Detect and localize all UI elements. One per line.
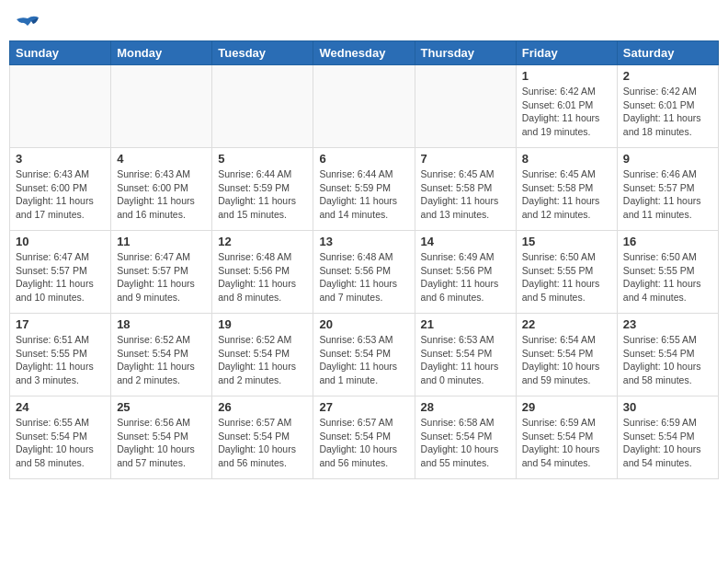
calendar-cell: 6Sunrise: 6:44 AM Sunset: 5:59 PM Daylig…: [313, 148, 415, 231]
day-info: Sunrise: 6:42 AM Sunset: 6:01 PM Dayligh…: [623, 85, 712, 139]
calendar-cell: 13Sunrise: 6:48 AM Sunset: 5:56 PM Dayli…: [313, 231, 415, 314]
calendar-cell: 19Sunrise: 6:52 AM Sunset: 5:54 PM Dayli…: [212, 314, 313, 396]
calendar-header-tuesday: Tuesday: [212, 41, 313, 65]
calendar-cell: 27Sunrise: 6:57 AM Sunset: 5:54 PM Dayli…: [313, 396, 415, 479]
calendar-header-thursday: Thursday: [415, 41, 516, 65]
calendar-table: SundayMondayTuesdayWednesdayThursdayFrid…: [9, 40, 719, 479]
day-info: Sunrise: 6:48 AM Sunset: 5:56 PM Dayligh…: [218, 250, 307, 304]
calendar-header-monday: Monday: [111, 41, 212, 65]
day-number: 2: [623, 69, 712, 83]
day-number: 21: [421, 317, 510, 331]
calendar-cell: [415, 65, 516, 148]
day-info: Sunrise: 6:50 AM Sunset: 5:55 PM Dayligh…: [522, 250, 611, 304]
calendar-cell: 28Sunrise: 6:58 AM Sunset: 5:54 PM Dayli…: [415, 396, 516, 479]
logo-bird-icon: [15, 15, 40, 35]
calendar-cell: 22Sunrise: 6:54 AM Sunset: 5:54 PM Dayli…: [516, 314, 617, 396]
calendar-header-wednesday: Wednesday: [313, 41, 415, 65]
day-number: 5: [218, 152, 307, 166]
calendar-cell: 5Sunrise: 6:44 AM Sunset: 5:59 PM Daylig…: [212, 148, 313, 231]
calendar-week-row: 17Sunrise: 6:51 AM Sunset: 5:55 PM Dayli…: [10, 314, 719, 396]
day-number: 6: [319, 152, 408, 166]
day-info: Sunrise: 6:59 AM Sunset: 5:54 PM Dayligh…: [623, 416, 712, 470]
calendar-cell: 4Sunrise: 6:43 AM Sunset: 6:00 PM Daylig…: [111, 148, 212, 231]
day-info: Sunrise: 6:52 AM Sunset: 5:54 PM Dayligh…: [117, 333, 206, 387]
calendar-cell: 26Sunrise: 6:57 AM Sunset: 5:54 PM Dayli…: [212, 396, 313, 479]
day-number: 18: [117, 317, 206, 331]
day-info: Sunrise: 6:53 AM Sunset: 5:54 PM Dayligh…: [319, 333, 408, 387]
day-info: Sunrise: 6:45 AM Sunset: 5:58 PM Dayligh…: [421, 167, 510, 222]
day-number: 27: [319, 400, 408, 414]
day-info: Sunrise: 6:50 AM Sunset: 5:55 PM Dayligh…: [623, 250, 712, 304]
calendar-cell: [313, 65, 415, 148]
day-number: 11: [117, 235, 206, 248]
calendar-cell: 18Sunrise: 6:52 AM Sunset: 5:54 PM Dayli…: [111, 314, 212, 396]
calendar-cell: 24Sunrise: 6:55 AM Sunset: 5:54 PM Dayli…: [10, 396, 111, 479]
day-info: Sunrise: 6:59 AM Sunset: 5:54 PM Dayligh…: [522, 416, 611, 470]
day-info: Sunrise: 6:51 AM Sunset: 5:55 PM Dayligh…: [16, 333, 105, 387]
day-number: 23: [623, 317, 712, 331]
day-number: 24: [16, 400, 105, 414]
day-number: 25: [117, 400, 206, 414]
calendar-cell: 1Sunrise: 6:42 AM Sunset: 6:01 PM Daylig…: [516, 65, 617, 148]
logo: [13, 15, 40, 33]
day-number: 28: [421, 400, 510, 414]
day-number: 20: [319, 317, 408, 331]
calendar-cell: 7Sunrise: 6:45 AM Sunset: 5:58 PM Daylig…: [415, 148, 516, 231]
calendar-cell: 2Sunrise: 6:42 AM Sunset: 6:01 PM Daylig…: [617, 65, 718, 148]
calendar-header-row: SundayMondayTuesdayWednesdayThursdayFrid…: [10, 41, 719, 65]
calendar-cell: 23Sunrise: 6:55 AM Sunset: 5:54 PM Dayli…: [617, 314, 718, 396]
calendar-cell: 20Sunrise: 6:53 AM Sunset: 5:54 PM Dayli…: [313, 314, 415, 396]
day-number: 16: [623, 235, 712, 248]
calendar-cell: [212, 65, 313, 148]
day-number: 30: [623, 400, 712, 414]
day-info: Sunrise: 6:47 AM Sunset: 5:57 PM Dayligh…: [16, 250, 105, 304]
calendar-cell: 25Sunrise: 6:56 AM Sunset: 5:54 PM Dayli…: [111, 396, 212, 479]
calendar-header-sunday: Sunday: [10, 41, 111, 65]
day-number: 9: [623, 152, 712, 166]
day-info: Sunrise: 6:49 AM Sunset: 5:56 PM Dayligh…: [421, 250, 510, 304]
day-number: 19: [218, 317, 307, 331]
calendar-week-row: 3Sunrise: 6:43 AM Sunset: 6:00 PM Daylig…: [10, 148, 719, 231]
day-info: Sunrise: 6:55 AM Sunset: 5:54 PM Dayligh…: [623, 333, 712, 387]
day-info: Sunrise: 6:54 AM Sunset: 5:54 PM Dayligh…: [522, 333, 611, 387]
day-info: Sunrise: 6:44 AM Sunset: 5:59 PM Dayligh…: [319, 167, 408, 222]
day-number: 3: [16, 152, 105, 166]
day-info: Sunrise: 6:55 AM Sunset: 5:54 PM Dayligh…: [16, 416, 105, 470]
day-number: 22: [522, 317, 611, 331]
calendar-cell: 8Sunrise: 6:45 AM Sunset: 5:58 PM Daylig…: [516, 148, 617, 231]
calendar-cell: 17Sunrise: 6:51 AM Sunset: 5:55 PM Dayli…: [10, 314, 111, 396]
page-header: [9, 9, 719, 33]
calendar-cell: 29Sunrise: 6:59 AM Sunset: 5:54 PM Dayli…: [516, 396, 617, 479]
calendar-header-saturday: Saturday: [617, 41, 718, 65]
day-number: 26: [218, 400, 307, 414]
calendar-cell: 12Sunrise: 6:48 AM Sunset: 5:56 PM Dayli…: [212, 231, 313, 314]
day-info: Sunrise: 6:57 AM Sunset: 5:54 PM Dayligh…: [319, 416, 408, 470]
day-info: Sunrise: 6:43 AM Sunset: 6:00 PM Dayligh…: [16, 167, 105, 222]
day-number: 1: [522, 69, 611, 83]
calendar-header-friday: Friday: [516, 41, 617, 65]
day-info: Sunrise: 6:45 AM Sunset: 5:58 PM Dayligh…: [522, 167, 611, 222]
day-info: Sunrise: 6:52 AM Sunset: 5:54 PM Dayligh…: [218, 333, 307, 387]
calendar-week-row: 1Sunrise: 6:42 AM Sunset: 6:01 PM Daylig…: [10, 65, 719, 148]
day-info: Sunrise: 6:47 AM Sunset: 5:57 PM Dayligh…: [117, 250, 206, 304]
calendar-cell: 11Sunrise: 6:47 AM Sunset: 5:57 PM Dayli…: [111, 231, 212, 314]
calendar-cell: 16Sunrise: 6:50 AM Sunset: 5:55 PM Dayli…: [617, 231, 718, 314]
calendar-cell: 10Sunrise: 6:47 AM Sunset: 5:57 PM Dayli…: [10, 231, 111, 314]
day-number: 14: [421, 235, 510, 248]
day-info: Sunrise: 6:43 AM Sunset: 6:00 PM Dayligh…: [117, 167, 206, 222]
calendar-cell: 30Sunrise: 6:59 AM Sunset: 5:54 PM Dayli…: [617, 396, 718, 479]
calendar-cell: 14Sunrise: 6:49 AM Sunset: 5:56 PM Dayli…: [415, 231, 516, 314]
day-info: Sunrise: 6:48 AM Sunset: 5:56 PM Dayligh…: [319, 250, 408, 304]
day-info: Sunrise: 6:53 AM Sunset: 5:54 PM Dayligh…: [421, 333, 510, 387]
day-info: Sunrise: 6:58 AM Sunset: 5:54 PM Dayligh…: [421, 416, 510, 470]
day-info: Sunrise: 6:44 AM Sunset: 5:59 PM Dayligh…: [218, 167, 307, 222]
day-info: Sunrise: 6:57 AM Sunset: 5:54 PM Dayligh…: [218, 416, 307, 470]
day-number: 7: [421, 152, 510, 166]
day-number: 8: [522, 152, 611, 166]
calendar-cell: [10, 65, 111, 148]
day-number: 15: [522, 235, 611, 248]
day-info: Sunrise: 6:46 AM Sunset: 5:57 PM Dayligh…: [623, 167, 712, 222]
day-number: 13: [319, 235, 408, 248]
day-number: 17: [16, 317, 105, 331]
day-number: 10: [16, 235, 105, 248]
